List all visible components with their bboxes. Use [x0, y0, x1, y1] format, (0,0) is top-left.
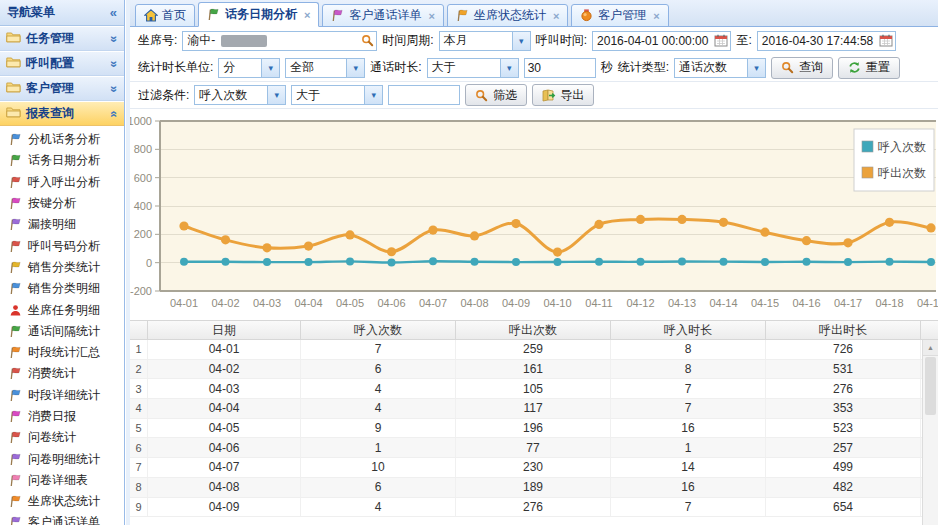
data-point[interactable]: [761, 258, 769, 266]
sidebar-section-呼叫配置[interactable]: 呼叫配置»: [0, 51, 124, 76]
sidebar-item-消费统计[interactable]: 消费统计: [0, 363, 124, 384]
calendar-icon[interactable]: [712, 32, 730, 50]
data-point[interactable]: [179, 221, 188, 230]
data-point[interactable]: [346, 257, 354, 265]
data-point[interactable]: [262, 243, 271, 252]
data-point[interactable]: [345, 230, 354, 239]
data-point[interactable]: [429, 257, 437, 265]
data-point[interactable]: [221, 235, 230, 244]
sidebar-item-时段统计汇总[interactable]: 时段统计汇总: [0, 342, 124, 363]
sidebar-item-呼入呼出分析[interactable]: 呼入呼出分析: [0, 172, 124, 193]
data-point[interactable]: [843, 238, 852, 247]
sidebar-collapse-icon[interactable]: «: [110, 5, 117, 20]
sidebar-item-消费日报[interactable]: 消费日报: [0, 406, 124, 427]
table-row[interactable]: 504-05919616523: [130, 419, 938, 439]
sidebar-item-销售分类明细[interactable]: 销售分类明细: [0, 278, 124, 299]
table-row[interactable]: 204-0261618531: [130, 360, 938, 380]
table-row[interactable]: 804-08618916482: [130, 478, 938, 498]
data-point[interactable]: [636, 215, 645, 224]
stat-type-select[interactable]: 通话次数 ▾: [674, 58, 766, 78]
close-icon[interactable]: ×: [428, 10, 434, 22]
sidebar-item-话务日期分析[interactable]: 话务日期分析: [0, 150, 124, 171]
sidebar-section-任务管理[interactable]: 任务管理»: [0, 26, 124, 51]
reset-button[interactable]: 重置: [838, 57, 900, 79]
data-point[interactable]: [180, 258, 188, 266]
table-row[interactable]: 404-0441177353: [130, 399, 938, 419]
table-row[interactable]: 604-061771257: [130, 438, 938, 458]
data-point[interactable]: [553, 247, 562, 256]
query-button[interactable]: 查询: [771, 57, 833, 79]
export-button[interactable]: 导出: [532, 84, 594, 106]
unit-select[interactable]: 分 ▾: [218, 58, 280, 78]
tab-客户通话详单[interactable]: 客户通话详单×: [322, 4, 443, 27]
agent-input[interactable]: 渝中-: [182, 31, 377, 51]
table-scrollbar[interactable]: ▲: [922, 340, 938, 525]
data-point[interactable]: [844, 258, 852, 266]
data-point[interactable]: [927, 258, 935, 266]
data-point[interactable]: [720, 258, 728, 266]
duration-op-select[interactable]: 大于 ▾: [427, 58, 519, 78]
duration-value-input[interactable]: [524, 58, 596, 78]
scope-select[interactable]: 全部 ▾: [285, 58, 365, 78]
data-point[interactable]: [803, 258, 811, 266]
data-point[interactable]: [511, 219, 520, 228]
sidebar-section-客户管理[interactable]: 客户管理»: [0, 76, 124, 101]
data-point[interactable]: [554, 258, 562, 266]
data-point[interactable]: [222, 258, 230, 266]
sidebar-item-漏接明细[interactable]: 漏接明细: [0, 214, 124, 235]
sidebar-item-呼叫号码分析[interactable]: 呼叫号码分析: [0, 235, 124, 256]
data-point[interactable]: [885, 218, 894, 227]
calendar-icon[interactable]: [877, 32, 895, 50]
data-point[interactable]: [678, 258, 686, 266]
data-point[interactable]: [886, 258, 894, 266]
table-row[interactable]: 104-0172598726: [130, 340, 938, 360]
column-header-呼入时长[interactable]: 呼入时长: [611, 321, 766, 339]
column-header-日期[interactable]: 日期: [148, 321, 301, 339]
data-point[interactable]: [926, 223, 935, 232]
sidebar-item-坐席状态统计[interactable]: 坐席状态统计: [0, 491, 124, 512]
filter-op-select[interactable]: 大于 ▾: [291, 85, 383, 105]
tab-首页[interactable]: 首页: [135, 4, 195, 27]
search-icon[interactable]: [358, 32, 376, 50]
scrollbar-thumb[interactable]: [925, 357, 936, 415]
sidebar-item-坐席任务明细[interactable]: 坐席任务明细: [0, 299, 124, 320]
data-point[interactable]: [677, 215, 686, 224]
calltime-from-input[interactable]: 2016-04-01 00:00:00: [592, 31, 731, 51]
data-point[interactable]: [802, 236, 811, 245]
data-point[interactable]: [760, 228, 769, 237]
sidebar-section-报表查询[interactable]: 报表查询«: [0, 101, 124, 126]
sidebar-item-问卷统计[interactable]: 问卷统计: [0, 427, 124, 448]
data-point[interactable]: [471, 258, 479, 266]
close-icon[interactable]: ×: [304, 9, 310, 21]
tab-客户管理[interactable]: 客户管理×: [571, 4, 668, 27]
table-row[interactable]: 304-0341057276: [130, 379, 938, 399]
data-point[interactable]: [512, 258, 520, 266]
sidebar-item-销售分类统计[interactable]: 销售分类统计: [0, 257, 124, 278]
close-icon[interactable]: ×: [653, 10, 659, 22]
table-row[interactable]: 704-071023014499: [130, 458, 938, 478]
data-point[interactable]: [305, 258, 313, 266]
data-point[interactable]: [263, 258, 271, 266]
column-header-呼入次数[interactable]: 呼入次数: [301, 321, 456, 339]
column-header-呼出时长[interactable]: 呼出时长: [766, 321, 921, 339]
data-point[interactable]: [387, 247, 396, 256]
data-point[interactable]: [428, 225, 437, 234]
column-header-呼出次数[interactable]: 呼出次数: [456, 321, 611, 339]
filter-value-input[interactable]: [388, 85, 460, 105]
sidebar-item-时段详细统计[interactable]: 时段详细统计: [0, 385, 124, 406]
tab-话务日期分析[interactable]: 话务日期分析×: [198, 2, 319, 27]
sidebar-item-客户通话详单[interactable]: 客户通话详单: [0, 512, 124, 525]
sidebar-item-分机话务分析[interactable]: 分机话务分析: [0, 129, 124, 150]
tab-坐席状态统计[interactable]: 坐席状态统计×: [447, 4, 568, 27]
filter-field-select[interactable]: 呼入次数 ▾: [194, 85, 286, 105]
close-icon[interactable]: ×: [553, 10, 559, 22]
sidebar-item-问卷明细统计[interactable]: 问卷明细统计: [0, 448, 124, 469]
data-point[interactable]: [304, 241, 313, 250]
data-point[interactable]: [719, 218, 728, 227]
period-select[interactable]: 本月 ▾: [439, 31, 531, 51]
scroll-up-button[interactable]: ▲: [923, 340, 938, 356]
data-point[interactable]: [595, 258, 603, 266]
sidebar-item-问卷详细表[interactable]: 问卷详细表: [0, 470, 124, 491]
calltime-to-input[interactable]: 2016-04-30 17:44:58: [757, 31, 896, 51]
sidebar-item-通话间隔统计[interactable]: 通话间隔统计: [0, 321, 124, 342]
